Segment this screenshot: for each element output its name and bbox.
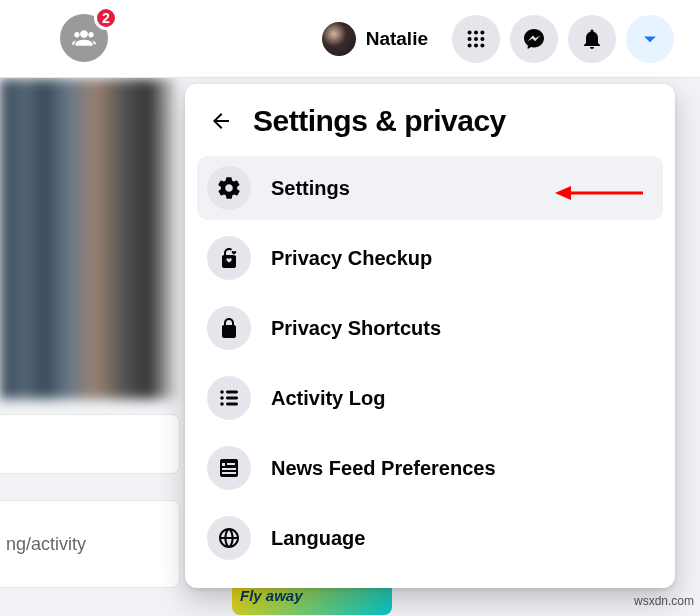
svg-point-8 [480,43,484,47]
feed-icon [207,446,251,490]
menu-item-privacy-shortcuts[interactable]: Privacy Shortcuts [197,296,663,360]
lock-icon [207,306,251,350]
bell-icon [580,27,604,51]
notification-badge: 2 [94,6,118,30]
svg-point-14 [220,402,224,406]
grid-icon [465,28,487,50]
svg-point-13 [220,396,224,400]
gear-icon [207,166,251,210]
svg-point-5 [480,36,484,40]
messenger-icon [522,27,546,51]
sidebar-card-text: ng/activity [6,534,86,555]
menu-label: News Feed Preferences [271,457,496,480]
menu-label: Settings [271,177,350,200]
ad-line2: Fly away [240,588,384,605]
cover-image-blur [0,79,175,399]
svg-point-2 [480,30,484,34]
svg-rect-15 [226,391,238,394]
menu-item-privacy-checkup[interactable]: Privacy Checkup [197,226,663,290]
sidebar-card-activity[interactable]: ng/activity [0,500,180,588]
menu-label: Activity Log [271,387,385,410]
top-header: 2 Natalie [0,0,700,78]
svg-point-4 [474,36,478,40]
groups-button[interactable]: 2 [60,14,108,62]
svg-point-7 [474,43,478,47]
menu-label: Language [271,527,365,550]
notifications-button[interactable] [568,15,616,63]
menu-label: Privacy Shortcuts [271,317,441,340]
globe-icon [207,516,251,560]
arrow-left-icon [209,109,233,133]
menu-item-language[interactable]: Language [197,506,663,570]
svg-rect-17 [226,403,238,406]
back-button[interactable] [207,107,235,135]
menu-item-settings[interactable]: Settings [197,156,663,220]
svg-point-1 [474,30,478,34]
profile-name: Natalie [366,28,428,50]
panel-header: Settings & privacy [197,96,663,156]
profile-chip[interactable]: Natalie [316,16,442,62]
svg-point-12 [220,390,224,394]
panel-title: Settings & privacy [253,104,506,138]
svg-point-0 [468,30,472,34]
account-dropdown-button[interactable] [626,15,674,63]
svg-rect-16 [226,397,238,400]
svg-point-3 [468,36,472,40]
menu-label: Privacy Checkup [271,247,432,270]
groups-icon [71,25,97,51]
header-right: Natalie [316,15,674,63]
caret-down-icon [640,29,660,49]
list-icon [207,376,251,420]
attribution-text: wsxdn.com [634,594,694,608]
menu-button[interactable] [452,15,500,63]
avatar [322,22,356,56]
annotation-arrow-icon [555,184,645,202]
menu-item-activity-log[interactable]: Activity Log [197,366,663,430]
settings-privacy-panel: Settings & privacy Settings Privacy Chec… [185,84,675,588]
lock-heart-icon [207,236,251,280]
svg-point-6 [468,43,472,47]
sidebar-card [0,414,180,474]
menu-item-news-feed-preferences[interactable]: News Feed Preferences [197,436,663,500]
svg-marker-10 [555,186,571,200]
messenger-button[interactable] [510,15,558,63]
